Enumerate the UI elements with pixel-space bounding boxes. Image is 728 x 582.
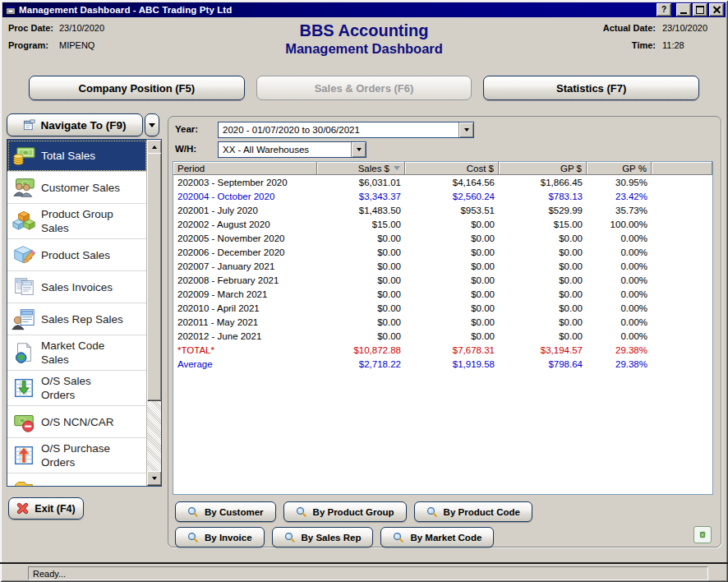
navigate-to-button[interactable]: Navigate To (F9): [7, 113, 143, 136]
sidebar-item-item[interactable]: [7, 473, 147, 486]
table-cell: $7,678.31: [405, 345, 499, 355]
table-cell: 0.00%: [587, 233, 652, 243]
magnifier-icon: [187, 532, 199, 543]
by-sales-rep-button[interactable]: By Sales Rep: [272, 527, 374, 547]
table-cell: $0.00: [499, 275, 587, 285]
table-cell: $3,194.57: [499, 345, 587, 355]
table-cell: $0.00: [317, 303, 405, 313]
table-row[interactable]: 202001 - July 2020$1,483.50$953.51$529.9…: [173, 203, 712, 217]
table-cell: $0.00: [499, 289, 587, 299]
sidebar-item-label: O/S Sales Orders: [41, 374, 125, 402]
table-cell: 30.95%: [587, 178, 652, 187]
orders-down-icon: [12, 376, 36, 400]
export-excel-button[interactable]: [693, 526, 712, 543]
sidebar-item-o-s-purchase-orders[interactable]: O/S Purchase Orders: [7, 438, 147, 473]
table-row[interactable]: 202008 - February 2021$0.00$0.00$0.000.0…: [173, 273, 712, 287]
by-invoice-button[interactable]: By Invoice: [175, 527, 265, 547]
window-title: Management Dashboard - ABC Trading Pty L…: [19, 5, 655, 15]
sidebar-item-sales-rep-sales[interactable]: Sales Rep Sales: [7, 303, 147, 335]
table-cell: 202001 - July 2020: [173, 206, 317, 215]
table-cell: 0.00%: [587, 303, 652, 313]
year-dropdown-button[interactable]: [458, 122, 473, 137]
column-header-cost[interactable]: Cost $: [405, 162, 499, 175]
navigate-row: Navigate To (F9): [7, 113, 159, 136]
table-cell: $0.00: [405, 303, 499, 313]
table-row[interactable]: 202006 - December 2020$0.00$0.00$0.000.0…: [173, 245, 712, 259]
table-cell: $1,866.45: [499, 178, 587, 187]
maximize-button[interactable]: [693, 3, 707, 16]
market-globe-icon: [12, 340, 36, 365]
table-cell: $0.00: [499, 303, 587, 313]
sidebar-item-label: Sales Invoices: [41, 280, 113, 294]
column-header-gp[interactable]: GP $: [499, 162, 587, 175]
table-cell: 0.00%: [587, 275, 652, 285]
table-cell: 202003 - September 2020: [173, 178, 317, 187]
year-label: Year:: [175, 124, 198, 134]
help-button[interactable]: ?: [657, 3, 671, 16]
table-row[interactable]: 202004 - October 2020$3,343.37$2,560.24$…: [173, 189, 712, 203]
excel-export-icon: [699, 529, 706, 541]
tab-statistics-f7[interactable]: Statistics (F7): [483, 76, 699, 100]
table-cell: $0.00: [499, 317, 587, 327]
table-cell: $0.00: [317, 261, 405, 271]
chevron-down-icon: [357, 148, 362, 151]
action-row-2: By InvoiceBy Sales RepBy Market Code: [175, 527, 494, 547]
table-cell: 29.38%: [587, 345, 652, 355]
table-row[interactable]: 202012 - June 2021$0.00$0.00$0.000.00%: [173, 329, 712, 343]
table-row[interactable]: Average$2,718.22$1,919.58$798.6429.38%: [173, 357, 712, 371]
year-select[interactable]: 2020 - 01/07/2020 to 30/06/2021: [218, 122, 474, 138]
sidebar-item-product-sales[interactable]: Product Sales: [7, 239, 147, 271]
titlebar: Management Dashboard - ABC Trading Pty L…: [2, 2, 726, 17]
sidebar-item-market-code-sales[interactable]: Market Code Sales: [7, 335, 147, 371]
warehouse-label: W/H:: [175, 144, 196, 154]
table-cell: 35.73%: [587, 206, 652, 215]
table-row[interactable]: 202002 - August 2020$15.00$0.00$15.00100…: [173, 217, 712, 231]
tab-bar: Company Position (F5)Sales & Orders (F6)…: [29, 76, 699, 100]
column-header-sales[interactable]: Sales $: [317, 162, 405, 175]
magnifier-icon: [393, 532, 404, 543]
table-row[interactable]: 202007 - January 2021$0.00$0.00$0.000.00…: [173, 259, 712, 273]
table-cell: 202002 - August 2020: [173, 219, 317, 229]
warehouse-select[interactable]: XX - All Warehouses: [218, 141, 366, 158]
by-customer-button[interactable]: By Customer: [175, 501, 276, 522]
header-right: Actual Date: 23/10/2020 Time: 11:28: [603, 23, 721, 50]
by-product-group-button[interactable]: By Product Group: [283, 501, 407, 522]
sidebar-item-customer-sales[interactable]: Customer Sales: [7, 172, 147, 204]
table-cell: $529.99: [499, 206, 587, 215]
table-row[interactable]: 202003 - September 2020$6,031.01$4,164.5…: [173, 175, 712, 189]
sidebar-item-product-group-sales[interactable]: Product Group Sales: [7, 204, 147, 239]
table-cell: 23.42%: [587, 192, 652, 201]
close-button[interactable]: [709, 3, 724, 16]
table-row[interactable]: 202011 - May 2021$0.00$0.00$0.000.00%: [173, 315, 712, 329]
tab-company-position-f5[interactable]: Company Position (F5): [29, 76, 245, 100]
sidebar-item-sales-invoices[interactable]: Sales Invoices: [7, 271, 147, 303]
by-market-code-button[interactable]: By Market Code: [380, 527, 494, 547]
table-cell: $2,718.22: [317, 359, 405, 369]
scrollbar-thumb[interactable]: [147, 153, 162, 401]
table-row[interactable]: 202010 - April 2021$0.00$0.00$0.000.00%: [173, 301, 712, 315]
table-cell: $0.00: [405, 275, 499, 285]
warehouse-dropdown-button[interactable]: [351, 142, 366, 157]
table-cell: 202010 - April 2021: [173, 303, 317, 313]
table-cell: $0.00: [317, 289, 405, 299]
table-row[interactable]: 202009 - March 2021$0.00$0.00$0.000.00%: [173, 287, 712, 301]
sidebar-item-total-sales[interactable]: Total Sales: [7, 140, 147, 172]
by-product-code-button[interactable]: By Product Code: [414, 501, 532, 522]
yellow-folder-icon: [12, 477, 36, 486]
navigate-dropdown-button[interactable]: [145, 113, 159, 136]
table-row[interactable]: 202005 - November 2020$0.00$0.00$0.000.0…: [173, 231, 712, 245]
sidebar-item-o-s-sales-orders[interactable]: O/S Sales Orders: [7, 371, 147, 406]
table-cell: 0.00%: [587, 317, 652, 327]
app-window: Management Dashboard - ABC Trading Pty L…: [0, 0, 728, 582]
table-cell: 202009 - March 2021: [173, 289, 317, 299]
table-row[interactable]: *TOTAL*$10,872.88$7,678.31$3,194.5729.38…: [173, 343, 712, 357]
table-cell: $1,919.58: [405, 359, 499, 369]
sidebar-item-o-s-ncn-car[interactable]: O/S NCN/CAR: [7, 406, 147, 438]
column-header-period[interactable]: Period: [173, 162, 317, 175]
minimize-button[interactable]: [676, 3, 691, 16]
column-header-gp[interactable]: GP %: [587, 162, 652, 175]
scroll-down-button[interactable]: [147, 471, 162, 486]
grid-body: 202003 - September 2020$6,031.01$4,164.5…: [173, 175, 712, 371]
exit-button[interactable]: Exit (F4): [8, 497, 84, 520]
sidebar-scrollbar[interactable]: [146, 140, 161, 486]
